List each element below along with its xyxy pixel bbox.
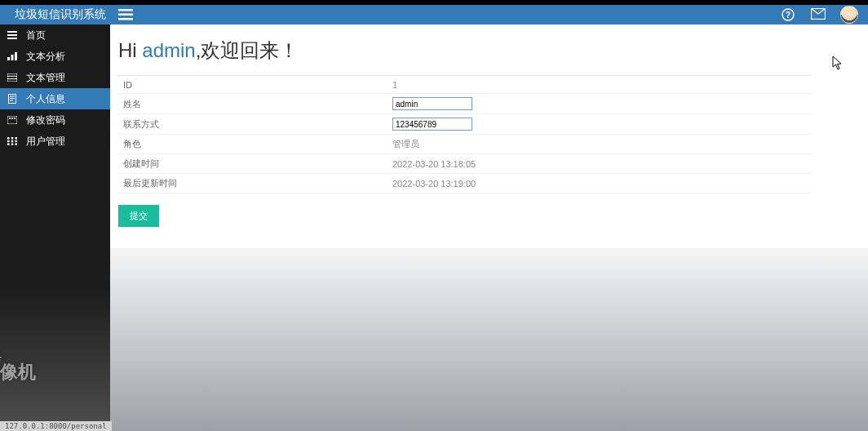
profile-form: ID 1 姓名 联系方式 角色 管理员 创建时间 2022-03-20 13:1…	[118, 75, 812, 193]
help-icon[interactable]: ?	[782, 8, 795, 21]
svg-rect-28	[16, 140, 18, 143]
brand-title: 垃圾短信识别系统	[0, 5, 110, 24]
welcome-prefix: Hi	[118, 39, 142, 61]
svg-rect-10	[11, 55, 14, 60]
sidebar-item-text-manage[interactable]: 文本管理	[0, 67, 110, 88]
lock-icon	[7, 116, 18, 124]
svg-rect-30	[11, 144, 14, 146]
svg-rect-12	[7, 73, 17, 82]
svg-rect-19	[7, 116, 17, 124]
svg-rect-21	[11, 118, 13, 119]
svg-rect-29	[7, 144, 10, 146]
form-row-id: ID 1	[118, 76, 812, 94]
user-avatar[interactable]	[840, 6, 858, 24]
sidebar-item-label: 文本管理	[26, 71, 65, 85]
mail-icon[interactable]	[811, 8, 824, 21]
sidebar-item-profile[interactable]: 个人信息	[0, 88, 110, 109]
svg-rect-22	[14, 118, 16, 119]
sidebar-item-change-password[interactable]: 修改密码	[0, 109, 110, 131]
chart-icon	[7, 52, 18, 60]
name-input[interactable]	[392, 97, 472, 110]
form-label: 最后更新时间	[118, 174, 388, 193]
welcome-username: admin	[142, 39, 195, 61]
topbar: 垃圾短信识别系统 ?	[0, 0, 868, 24]
users-icon	[7, 137, 18, 145]
svg-rect-6	[7, 31, 17, 33]
sidebar-item-user-manage[interactable]: 用户管理	[0, 131, 110, 152]
svg-rect-0	[118, 9, 133, 11]
svg-rect-9	[7, 57, 10, 60]
watermark-line2: KK 录像机	[0, 362, 36, 382]
main-content: Hi admin,欢迎回来！ ID 1 姓名 联系方式 角色 管理员 创建时间 …	[110, 24, 868, 431]
submit-button[interactable]: 提交	[118, 205, 159, 227]
sidebar: 首页 文本分析 文本管理 个人信息 修改密码 用户管理 录制工具 KK 录像机	[0, 24, 110, 431]
form-row-name: 姓名	[118, 94, 812, 114]
svg-rect-11	[15, 52, 17, 60]
sidebar-item-home[interactable]: 首页	[0, 24, 110, 46]
form-value: 管理员	[388, 135, 812, 154]
status-url: 127.0.0.1:8000/personal	[0, 421, 112, 431]
svg-text:?: ?	[786, 11, 790, 20]
svg-rect-8	[7, 38, 17, 39]
welcome-suffix: ,欢迎回来！	[196, 39, 299, 61]
svg-rect-25	[16, 137, 18, 140]
form-row-contact: 联系方式	[118, 114, 812, 135]
svg-rect-24	[11, 137, 14, 140]
svg-rect-20	[9, 118, 11, 119]
form-label: 角色	[118, 135, 388, 154]
watermark: 录制工具 KK 录像机	[0, 349, 36, 382]
sidebar-item-label: 文本分析	[26, 50, 65, 64]
form-label: 联系方式	[118, 114, 388, 135]
svg-rect-27	[11, 140, 14, 143]
sidebar-item-label: 用户管理	[26, 135, 65, 149]
list-icon	[7, 73, 18, 82]
doc-icon	[7, 94, 18, 104]
sidebar-item-label: 个人信息	[26, 92, 65, 106]
svg-rect-26	[7, 140, 10, 143]
topbar-right: ?	[782, 6, 868, 24]
form-label: ID	[118, 76, 388, 94]
svg-rect-2	[118, 18, 133, 20]
form-label: 姓名	[118, 94, 388, 114]
svg-rect-31	[16, 144, 18, 146]
form-value: 2022-03-20 13:19:00	[388, 174, 812, 193]
svg-rect-1	[118, 14, 133, 16]
form-row-created: 创建时间 2022-03-20 13:18:05	[118, 154, 812, 174]
form-row-role: 角色 管理员	[118, 135, 812, 154]
sidebar-item-label: 修改密码	[26, 113, 65, 127]
form-value: 1	[388, 76, 812, 94]
sidebar-item-label: 首页	[26, 29, 46, 42]
hamburger-menu[interactable]	[110, 9, 130, 20]
menu-icon	[7, 31, 18, 39]
form-row-updated: 最后更新时间 2022-03-20 13:19:00	[118, 174, 812, 193]
sidebar-item-text-analysis[interactable]: 文本分析	[0, 46, 110, 67]
welcome-heading: Hi admin,欢迎回来！	[118, 38, 860, 64]
watermark-line1: 录制工具	[0, 349, 36, 362]
svg-rect-7	[7, 34, 17, 36]
contact-input[interactable]	[392, 118, 472, 131]
form-value: 2022-03-20 13:18:05	[388, 154, 812, 174]
form-label: 创建时间	[118, 154, 388, 174]
hamburger-icon	[118, 9, 133, 20]
svg-rect-23	[7, 137, 10, 140]
